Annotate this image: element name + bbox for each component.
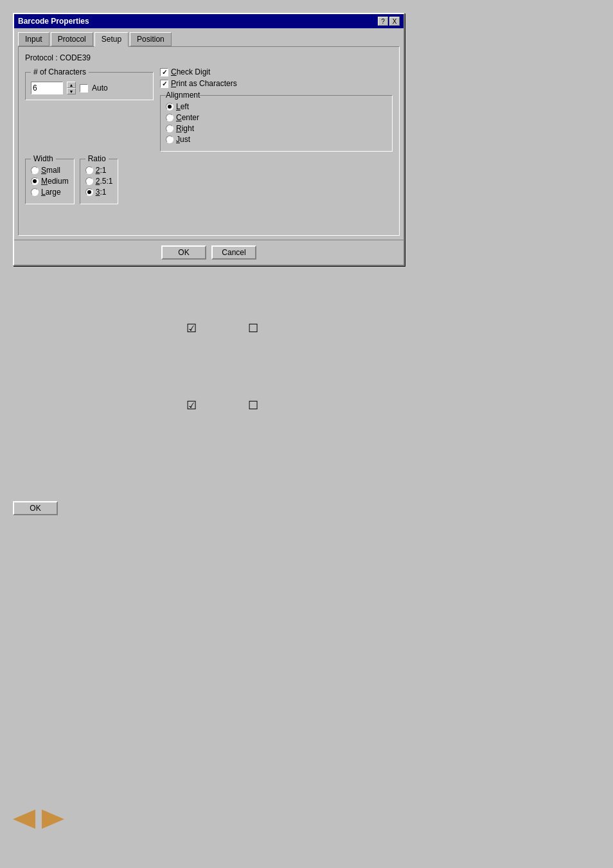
top-row: # of Characters ▲ ▼ Auto xyxy=(25,67,393,152)
print-as-chars-row: Print as Characters xyxy=(160,79,393,88)
spin-down[interactable]: ▼ xyxy=(67,88,76,94)
tab-position[interactable]: Position xyxy=(130,32,172,46)
chars-fieldset: # of Characters ▲ ▼ Auto xyxy=(25,67,154,100)
standalone-ok-button[interactable]: OK xyxy=(13,501,58,515)
ratio-2-row: 2:1 xyxy=(85,166,113,175)
nav-arrows xyxy=(13,810,64,829)
align-just-row: Just xyxy=(166,135,387,144)
width-small-row: Small xyxy=(31,166,69,175)
right-area: CCheck Digitheck Digit Print as Characte… xyxy=(160,67,393,152)
print-as-chars-checkbox[interactable] xyxy=(160,80,168,88)
check-digit-checkbox[interactable] xyxy=(160,68,168,76)
chars-group: # of Characters ▲ ▼ Auto xyxy=(25,67,154,105)
align-just-radio[interactable] xyxy=(166,136,173,143)
close-button[interactable]: X xyxy=(389,17,400,26)
align-left-label: Left xyxy=(176,102,189,111)
chars-input[interactable] xyxy=(31,82,63,94)
tab-input[interactable]: Input xyxy=(18,32,49,46)
print-as-chars-label: Print as Characters xyxy=(171,79,237,88)
title-bar: Barcode Properties ? X xyxy=(14,14,404,28)
dialog-content: Protocol : CODE39 # of Characters ▲ ▼ Au… xyxy=(18,46,400,236)
barcode-properties-dialog: Barcode Properties ? X Input Protocol Se… xyxy=(13,13,405,266)
align-center-radio[interactable] xyxy=(166,114,173,121)
check-digit-row: CCheck Digitheck Digit xyxy=(160,67,393,76)
align-just-label: Just xyxy=(176,135,190,144)
ratio-25-radio[interactable] xyxy=(85,177,93,185)
bottom-groups: Width Small Medium Large Ratio xyxy=(25,154,393,209)
width-small-label: Small xyxy=(41,166,60,175)
chars-spinner: ▲ ▼ xyxy=(67,82,76,94)
tab-bar: Input Protocol Setup Position xyxy=(14,28,404,46)
ratio-3-radio[interactable] xyxy=(85,188,93,196)
ratio-2-label: 2:1 xyxy=(96,166,107,175)
ratio-group: Ratio 2:1 2.5:1 3:1 xyxy=(80,154,119,204)
align-center-label: Center xyxy=(176,113,199,122)
ratio-3-label: 3:1 xyxy=(96,188,107,197)
width-medium-row: Medium xyxy=(31,177,69,186)
width-small-radio[interactable] xyxy=(31,166,39,174)
width-large-radio[interactable] xyxy=(31,188,39,196)
help-button[interactable]: ? xyxy=(378,17,388,26)
standalone-checked-1[interactable]: ☑ xyxy=(186,321,197,335)
check-digit-label: CCheck Digitheck Digit xyxy=(171,67,210,76)
align-right-radio[interactable] xyxy=(166,125,173,132)
ok-button[interactable]: OK xyxy=(161,245,206,260)
dialog-footer: OK Cancel xyxy=(14,240,404,265)
width-medium-label: Medium xyxy=(41,177,69,186)
prev-arrow[interactable] xyxy=(13,810,35,829)
chars-input-row: ▲ ▼ Auto xyxy=(31,82,148,94)
standalone-unchecked-1[interactable]: ☐ xyxy=(248,321,258,335)
cancel-button[interactable]: Cancel xyxy=(211,245,256,260)
ratio-25-label: 2.5:1 xyxy=(96,177,113,186)
standalone-checkboxes-2: ☑ ☐ xyxy=(186,398,258,412)
align-right-row: Right xyxy=(166,124,387,133)
alignment-group: Alignment Left Center Right xyxy=(160,91,393,152)
protocol-label: Protocol : CODE39 xyxy=(25,53,393,62)
align-right-label: Right xyxy=(176,124,194,133)
width-medium-radio[interactable] xyxy=(31,177,39,185)
dialog-title: Barcode Properties xyxy=(18,17,89,26)
spin-up[interactable]: ▲ xyxy=(67,82,76,88)
chars-legend: # of Characters xyxy=(31,67,89,76)
auto-checkbox[interactable] xyxy=(80,84,88,93)
width-group: Width Small Medium Large xyxy=(25,154,75,204)
ratio-25-row: 2.5:1 xyxy=(85,177,113,186)
spacer xyxy=(25,209,393,229)
tab-setup[interactable]: Setup xyxy=(94,32,129,47)
next-arrow[interactable] xyxy=(42,810,64,829)
width-large-label: Large xyxy=(41,188,61,197)
align-center-row: Center xyxy=(166,113,387,122)
standalone-checked-2[interactable]: ☑ xyxy=(186,398,197,412)
align-left-radio[interactable] xyxy=(166,103,173,111)
standalone-checkboxes-1: ☑ ☐ xyxy=(186,321,258,335)
width-large-row: Large xyxy=(31,188,69,197)
tab-protocol[interactable]: Protocol xyxy=(51,32,93,46)
alignment-legend: Alignment xyxy=(166,91,200,100)
standalone-unchecked-2[interactable]: ☐ xyxy=(248,398,258,412)
ratio-legend: Ratio xyxy=(85,154,109,163)
width-legend: Width xyxy=(31,154,56,163)
align-left-row: Left xyxy=(166,102,387,111)
ratio-2-radio[interactable] xyxy=(85,166,93,174)
title-bar-controls: ? X xyxy=(378,17,400,26)
auto-label: Auto xyxy=(92,84,108,93)
ratio-3-row: 3:1 xyxy=(85,188,113,197)
